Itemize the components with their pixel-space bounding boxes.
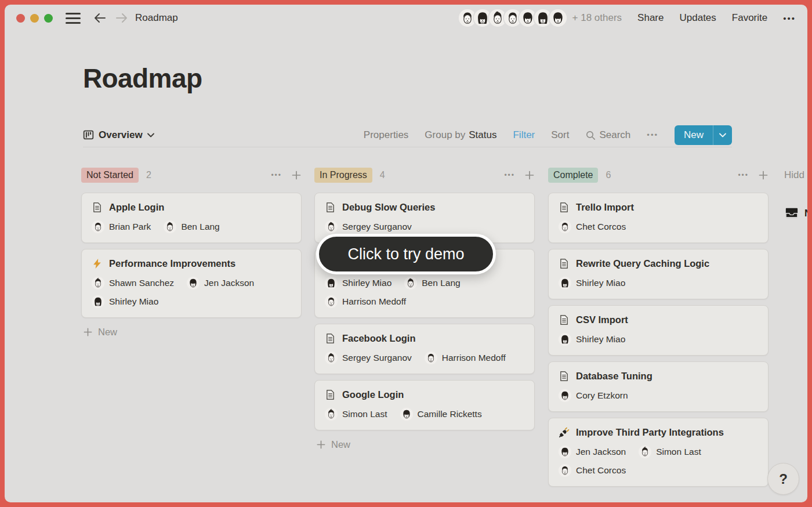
assignee-name: Jen Jackson [576,447,626,457]
favorite-button[interactable]: Favorite [732,12,767,24]
hidden-column-item[interactable]: N [784,205,807,220]
column-ellipsis-icon[interactable]: ••• [504,171,515,179]
assignee: Ben Lang [404,277,460,289]
card-apple-login[interactable]: Apple LoginBrian ParkBen Lang [81,193,302,243]
assignee-name: Harrison Medoff [442,353,506,363]
bolt-icon [92,258,103,269]
card-title: CSV Import [576,314,628,325]
status-badge[interactable]: Complete [548,168,598,182]
assignee: Jen Jackson [559,446,626,458]
card-performance-improvements[interactable]: Performance ImprovementsShawn SanchezJen… [81,249,302,318]
title-bar: Roadmap + 18 others Share Updates Favori… [5,5,807,31]
column-add-icon[interactable] [758,170,768,180]
group-by-button[interactable]: Group by Status [425,129,496,141]
column-header: Complete6••• [548,167,768,183]
card-title: Trello Import [576,202,634,213]
card-rewrite-query-caching-logic[interactable]: Rewrite Query Caching LogicShirley Miao [548,249,768,299]
close-window-button[interactable] [16,14,25,23]
assignee: Ben Lang [164,220,219,233]
status-badge[interactable]: In Progress [314,168,372,182]
try-demo-button[interactable]: Click to try demo [316,234,496,274]
avatar [559,277,571,289]
column-add-icon[interactable] [291,170,302,180]
document-icon [559,371,570,382]
avatar [325,295,338,308]
avatar [325,220,338,233]
add-card-button[interactable]: New [314,439,535,450]
history-nav [93,12,128,24]
zoom-window-button[interactable] [44,14,53,23]
search-icon [585,130,596,140]
search-button[interactable]: Search [585,129,630,141]
add-card-button[interactable]: New [81,327,302,338]
assignee: Shirley Miao [559,277,625,289]
column-count: 2 [146,170,151,180]
assignee: Cory Etzkorn [559,389,628,402]
card-title: Rewrite Query Caching Logic [576,258,709,269]
titlebar-right: + 18 others Share Updates Favorite ••• [459,9,796,27]
card-title: Database Tuning [576,371,652,382]
avatar[interactable] [549,9,567,27]
column-add-icon[interactable] [524,170,535,180]
card-database-tuning[interactable]: Database TuningCory Etzkorn [548,361,768,412]
assignee-name: Shirley Miao [576,278,625,288]
assignee-name: Chet Corcos [576,465,626,476]
card-facebook-login[interactable]: Facebook LoginSergey SurganovHarrison Me… [314,324,535,374]
properties-button[interactable]: Properties [364,129,408,141]
column-header: In Progress4••• [314,167,535,183]
assignee-name: Ben Lang [422,278,460,288]
new-button[interactable]: New [675,125,713,145]
document-icon [325,202,336,213]
toolbar-actions: Properties Group by Status Filter Sort S… [364,125,732,145]
app-window: Roadmap + 18 others Share Updates Favori… [5,5,807,502]
inbox-icon [784,205,799,220]
assignee-name: Shirley Miao [342,278,392,288]
assignee-name: Harrison Medoff [342,296,406,307]
document-icon [325,389,336,400]
card-google-login[interactable]: Google LoginSimon LastCamille Ricketts [314,380,535,430]
assignee-name: Camille Ricketts [418,409,482,419]
assignee-name: Shirley Miao [109,296,158,307]
document-icon [92,202,103,213]
forward-arrow-icon[interactable] [115,12,128,24]
card-csv-import[interactable]: CSV ImportShirley Miao [548,305,768,356]
status-badge[interactable]: Not Started [81,168,139,182]
document-icon [559,258,570,269]
board-column-complete: Complete6•••Trello ImportChet CorcosRewr… [548,167,768,487]
sidebar-menu-icon[interactable] [66,13,81,24]
assignee-name: Ben Lang [181,222,219,232]
collaborator-avatars [459,9,567,27]
page-title: Roadmap [83,63,202,94]
filter-button[interactable]: Filter [513,129,535,141]
others-count-label[interactable]: + 18 others [572,12,622,24]
assignee: Sergey Surganov [325,220,412,233]
updates-button[interactable]: Updates [679,12,716,24]
share-button[interactable]: Share [637,12,664,24]
help-button[interactable]: ? [767,463,799,495]
assignee: Simon Last [325,408,387,421]
avatar [639,446,651,458]
plug-icon [559,427,570,438]
card-improve-third-party-integrations[interactable]: Improve Third Party IntegrationsJen Jack… [548,418,768,487]
board-view-icon [83,129,94,140]
card-trello-import[interactable]: Trello ImportChet Corcos [548,193,768,243]
document-icon [559,202,570,213]
assignee: Harrison Medoff [325,295,406,308]
hidden-columns-label[interactable]: Hidd [784,169,807,181]
add-card-label: New [331,439,350,450]
assignee-name: Shawn Sanchez [109,278,174,288]
new-dropdown-button[interactable] [713,125,732,145]
minimize-window-button[interactable] [30,14,39,23]
sort-button[interactable]: Sort [551,129,569,141]
assignee-name: Brian Park [109,222,151,232]
column-ellipsis-icon[interactable]: ••• [738,171,749,179]
ellipsis-icon[interactable]: ••• [783,13,796,23]
ellipsis-icon[interactable]: ••• [647,131,658,139]
assignee: Jen Jackson [187,277,254,289]
chevron-down-icon [147,133,154,137]
avatar [404,277,417,289]
column-ellipsis-icon[interactable]: ••• [271,171,282,179]
hidden-column-name: N [804,208,807,219]
view-selector[interactable]: Overview [83,129,154,141]
back-arrow-icon[interactable] [93,12,106,24]
